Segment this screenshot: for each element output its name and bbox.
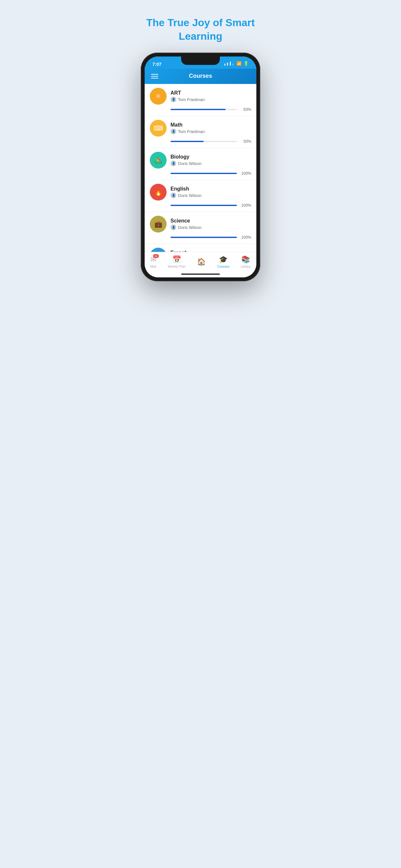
home-nav-icon: 🏠 (197, 258, 206, 266)
app-header: Courses (145, 69, 256, 84)
course-icon: 🌐 (150, 248, 166, 252)
course-item[interactable]: 🌐 French 👤 Martha Flowers 0% (145, 244, 256, 252)
course-name: Biology (171, 154, 251, 160)
progress-bar-fill (171, 109, 226, 110)
course-info: ART 👤 Tom Friedman (171, 90, 251, 102)
home-bar (181, 274, 220, 275)
teacher-name: Doris Wilson (178, 161, 202, 166)
teacher-name: Doris Wilson (178, 193, 202, 198)
weekly-plan-nav-label: Weekly Plan (168, 265, 186, 268)
progress-bar-bg (171, 109, 237, 110)
mail-nav-label: Mail (150, 265, 156, 268)
course-teacher: 👤 Doris Wilson (171, 224, 251, 230)
courses-nav-icon: 🎓 (219, 255, 227, 264)
progress-row: 100% (150, 203, 251, 208)
course-name: English (171, 186, 251, 192)
phone-frame: 7:07 📶 🔋 (141, 53, 260, 281)
teacher-name: Tom Friedman (178, 129, 205, 134)
phone-screen: 7:07 📶 🔋 (145, 57, 256, 277)
course-teacher: 👤 Tom Friedman (171, 128, 251, 134)
course-icon: 🔥 (150, 184, 166, 200)
progress-row: 100% (150, 235, 251, 240)
teacher-avatar: 👤 (171, 97, 176, 102)
bottom-nav: ✉ 11 Mail 📅 Weekly Plan 🏠 🎓 Courses 📚 Li… (145, 252, 256, 274)
hero-title: The True Joy of SmartLearning (140, 16, 261, 43)
course-info: French 👤 Martha Flowers (171, 250, 251, 252)
progress-bar-fill (171, 141, 204, 142)
teacher-avatar: 👤 (171, 128, 176, 134)
progress-row: 83% (150, 107, 251, 112)
signal-icon (224, 61, 234, 66)
progress-row: 50% (150, 139, 251, 144)
course-item[interactable]: 💼 Science 👤 Doris Wilson 100% (145, 212, 256, 244)
hero-line1: The True Joy of (146, 17, 225, 28)
teacher-name: Tom Friedman (178, 97, 205, 102)
progress-percent: 100% (240, 235, 251, 240)
course-info: Math 👤 Tom Friedman (171, 122, 251, 134)
hero-highlight: Smart (225, 17, 255, 28)
home-indicator (145, 274, 256, 277)
progress-bar-bg (171, 173, 237, 174)
progress-bar-fill (171, 173, 237, 174)
teacher-name: Doris Wilson (178, 225, 202, 230)
course-icon: ⌨ (150, 120, 166, 136)
status-time: 7:07 (152, 60, 161, 67)
nav-item-courses[interactable]: 🎓 Courses (217, 255, 229, 268)
course-list: ⚛ ART 👤 Tom Friedman 83% ⌨ Math (145, 84, 256, 252)
course-icon: ⚛ (150, 88, 166, 104)
progress-percent: 83% (240, 107, 251, 112)
progress-bar-bg (171, 141, 237, 142)
progress-percent: 50% (240, 139, 251, 144)
progress-bar-fill (171, 205, 237, 206)
battery-icon: 🔋 (243, 61, 249, 66)
library-nav-icon: 📚 (241, 255, 250, 264)
course-name: French (171, 250, 251, 252)
course-item[interactable]: ⚛ ART 👤 Tom Friedman 83% (145, 84, 256, 116)
nav-item-weekly-plan[interactable]: 📅 Weekly Plan (168, 255, 186, 268)
app-header-title: Courses (189, 73, 212, 80)
library-nav-label: Library (241, 265, 251, 268)
progress-bar-bg (171, 237, 237, 238)
progress-row: 100% (150, 171, 251, 176)
menu-button[interactable] (151, 73, 158, 80)
course-icon: 🚴 (150, 152, 166, 168)
course-name: Science (171, 218, 251, 224)
nav-item-mail[interactable]: ✉ 11 Mail (150, 255, 156, 268)
nav-item-library[interactable]: 📚 Library (241, 255, 251, 268)
progress-percent: 100% (240, 203, 251, 208)
course-item[interactable]: 🚴 Biology 👤 Doris Wilson 100% (145, 148, 256, 180)
notch (181, 57, 220, 65)
course-info: Biology 👤 Doris Wilson (171, 154, 251, 166)
course-icon: 💼 (150, 216, 166, 232)
course-item[interactable]: ⌨ Math 👤 Tom Friedman 50% (145, 116, 256, 148)
progress-percent: 100% (240, 171, 251, 176)
page-wrapper: The True Joy of SmartLearning 7:07 📶 🔋 (134, 6, 267, 281)
courses-nav-label: Courses (217, 265, 229, 268)
progress-bar-fill (171, 237, 237, 238)
teacher-avatar: 👤 (171, 192, 176, 198)
hero-line2: Learning (179, 30, 222, 42)
nav-item-home[interactable]: 🏠 (197, 258, 206, 266)
course-info: Science 👤 Doris Wilson (171, 218, 251, 230)
wifi-icon: 📶 (236, 61, 242, 66)
teacher-avatar: 👤 (171, 160, 176, 166)
teacher-avatar: 👤 (171, 224, 176, 230)
course-name: Math (171, 122, 251, 128)
course-teacher: 👤 Doris Wilson (171, 192, 251, 198)
progress-bar-bg (171, 205, 237, 206)
course-info: English 👤 Doris Wilson (171, 186, 251, 198)
course-teacher: 👤 Tom Friedman (171, 97, 251, 102)
weekly-plan-nav-icon: 📅 (173, 255, 181, 264)
status-icons: 📶 🔋 (224, 61, 249, 66)
course-name: ART (171, 90, 251, 96)
course-item[interactable]: 🔥 English 👤 Doris Wilson 100% (145, 180, 256, 212)
nav-badge: 11 (153, 254, 159, 258)
course-teacher: 👤 Doris Wilson (171, 160, 251, 166)
